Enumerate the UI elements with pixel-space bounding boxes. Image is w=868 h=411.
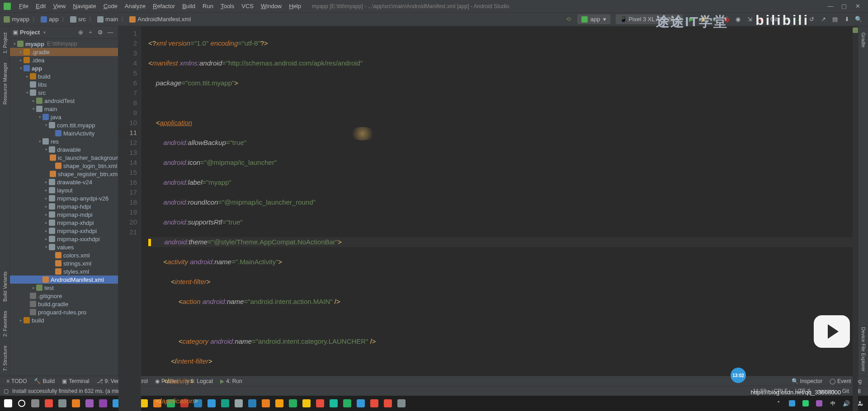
tree-proguard[interactable]: proguard-rules.pro [10,308,118,316]
maximize-button[interactable]: ▢ [837,0,851,13]
breadcrumb-src[interactable]: src [70,16,86,23]
menu-navigate[interactable]: Navigate [69,3,99,9]
start-menu-icon[interactable] [2,397,14,410]
tree-src[interactable]: ▾src [10,89,118,97]
menu-refactor[interactable]: Refactor [149,3,179,9]
apply-code-icon[interactable]: ≣ [710,14,720,24]
tree-ic-launcher-bg[interactable]: ic_launcher_background.xml [10,154,118,162]
breadcrumb-main[interactable]: main [97,16,118,23]
tab-resource-manager[interactable]: Resource Manager [1,58,9,109]
toolwindow-todo[interactable]: ≡TODO [3,378,30,384]
tree-gitignore[interactable]: .gitignore [10,292,118,300]
hide-panel-icon[interactable]: — [106,28,114,37]
project-tree[interactable]: ▾myappE:\ttit\myapp ▸.gradle ▸.idea ▾app… [10,39,118,376]
breadcrumb-file[interactable]: AndroidManifest.xml [129,16,191,23]
tab-gradle[interactable]: Gradle [860,28,867,52]
tree-shape-register[interactable]: shape_register_btn.xml [10,170,118,178]
tree-mipmap-xxhdpi[interactable]: ▸mipmap-xxhdpi [10,227,118,235]
debug-button-icon[interactable]: 🐞 [722,14,731,24]
apply-changes-icon[interactable]: ⚡ [698,14,708,24]
tree-values[interactable]: ▾values [10,243,118,251]
tree-drawable-v24[interactable]: ▸drawable-v24 [10,178,118,186]
tab-build-variants[interactable]: Build Variants [1,267,9,306]
tree-build-gradle[interactable]: build.gradle [10,300,118,308]
run-config-selector[interactable]: app ▾ [577,14,610,24]
tree-strings-xml[interactable]: strings.xml [10,259,118,267]
tree-styles-xml[interactable]: styles.xml [10,267,118,276]
expand-all-icon[interactable]: ÷ [86,28,94,37]
toolwindow-build[interactable]: 🔨Build [30,378,58,384]
taskbar-app-2[interactable] [56,397,69,410]
tree-mipmap-mdpi[interactable]: ▸mipmap-mdpi [10,210,118,219]
tree-main[interactable]: ▾main [10,105,118,113]
tree-libs[interactable]: libs [10,80,118,89]
tree-mipmap-xhdpi[interactable]: ▸mipmap-xhdpi [10,219,118,227]
run-button-icon[interactable]: ▶ [686,14,696,24]
cortana-icon[interactable] [15,397,28,410]
tree-gradle[interactable]: ▸.gradle [10,48,118,56]
vcs-push-icon[interactable]: ↗ [818,14,828,24]
tree-manifest[interactable]: AndroidManifest.xml [10,276,118,284]
tree-test[interactable]: ▸test [10,284,118,292]
settings-gear-icon[interactable]: ⚙ [96,28,104,37]
taskbar-app-4[interactable] [83,397,96,410]
menu-file[interactable]: FFileile [15,3,32,9]
menu-edit[interactable]: Edit [32,3,49,9]
tree-drawable[interactable]: ▾drawable [10,145,118,154]
menu-run[interactable]: Run [199,3,217,9]
vcs-history

-icon[interactable]: ↺ [807,14,816,24]
tree-res[interactable]: ▾res [10,137,118,145]
profiler-icon[interactable]: ◉ [733,14,743,24]
tree-pkg[interactable]: ▾com.ttit.myapp [10,121,118,129]
menu-build[interactable]: Build [179,3,199,9]
tree-mainactivity[interactable]: MainActivity [10,129,118,137]
select-opened-file-icon[interactable]: ⊕ [76,28,85,37]
taskbar-app-3[interactable] [70,397,82,410]
menu-vcs[interactable]: VCS [238,3,257,9]
error-stripe[interactable] [853,27,858,411]
close-window-button[interactable]: ✕ [851,0,864,13]
search-everywhere-icon[interactable]: 🔍 [854,14,863,24]
tool-window-quick-access-icon[interactable]: ▢ [4,388,9,394]
tree-build2[interactable]: ▸build [10,316,118,324]
stop-button-icon[interactable]: ■ [757,14,767,24]
tree-app[interactable]: ▾app [10,64,118,72]
video-play-button[interactable] [814,315,850,348]
taskbar-app-1[interactable] [42,397,55,410]
tree-shape-login[interactable]: shape_login_btn.xml [10,162,118,170]
tab-project[interactable]: 1: Project [1,28,9,58]
sync-gradle-icon[interactable]: ⟲ [564,14,574,24]
minimize-button[interactable]: — [824,0,837,13]
tree-root[interactable]: ▾myappE:\ttit\myapp [10,40,118,48]
tree-colors-xml[interactable]: colors.xml [10,251,118,259]
tree-layout[interactable]: ▸layout [10,186,118,194]
tree-idea[interactable]: ▸.idea [10,56,118,64]
attach-debugger-icon[interactable]: ⇲ [745,14,755,24]
taskbar-app-5[interactable] [97,397,109,410]
tab-structure[interactable]: 7: Structure [1,341,9,376]
menu-help[interactable]: Help [285,3,305,9]
vcs-commit-icon[interactable]: ✓ [795,14,805,24]
task-view-icon[interactable] [29,397,42,410]
vcs-update-icon[interactable]: ✓ [783,14,793,24]
device-selector[interactable]: 📱 Pixel 3 XL API 29 ▾ [616,14,683,24]
avd-manager-icon[interactable]: ▤ [830,14,840,24]
tree-build[interactable]: ▸build [10,72,118,80]
menu-code[interactable]: Code [100,3,121,9]
tree-mipmap-hdpi[interactable]: ▸mipmap-hdpi [10,202,118,210]
menu-tools[interactable]: Tools [217,3,238,9]
menu-analyze[interactable]: Analyze [121,3,149,9]
menu-view[interactable]: View [49,3,69,9]
breadcrumb-root[interactable]: myapp [4,16,29,23]
project-view-selector[interactable]: Project [20,29,40,36]
breadcrumb-app[interactable]: app [41,16,59,23]
tree-mipmap-xxxhdpi[interactable]: ▸mipmap-xxxhdpi [10,235,118,243]
tab-device-file-explorer[interactable]: Device File Explorer [860,322,867,376]
menu-window[interactable]: Window [257,3,285,9]
code-editor[interactable]: 12345 678910 1112131415 161718192021 <?x… [118,27,858,411]
tree-java[interactable]: ▾java [10,113,118,121]
tree-androidtest[interactable]: ▸androidTest [10,97,118,105]
code-content[interactable]: <?xml version="1.0" encoding="utf-8"?> <… [141,27,858,411]
tab-favorites[interactable]: 2: Favorites [1,306,9,341]
toolwindow-terminal[interactable]: ▣Terminal [58,378,93,384]
